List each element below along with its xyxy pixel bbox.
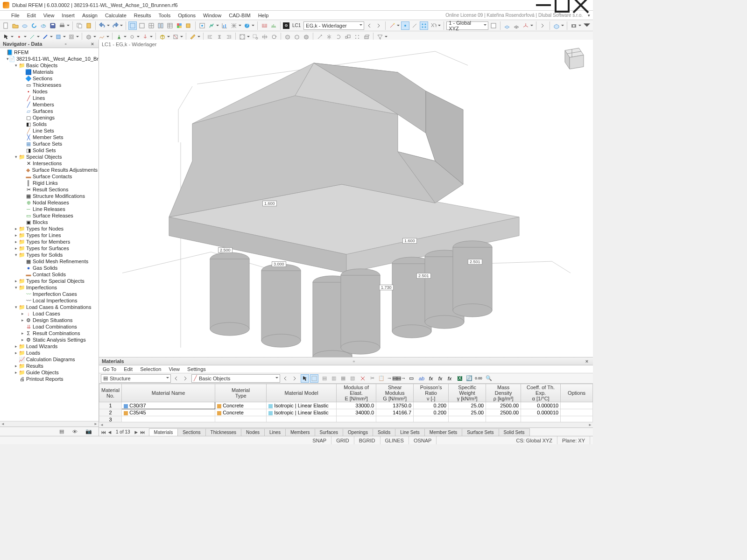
mat-insert-row-icon[interactable]: ▥ <box>330 374 338 383</box>
col-type[interactable]: Material Type <box>215 384 267 402</box>
tree-nodes[interactable]: Nodes <box>33 89 48 94</box>
mat-filter-prev[interactable] <box>172 374 180 383</box>
mat-menu-selection[interactable]: Selection <box>136 366 165 372</box>
show-loads-icon[interactable] <box>260 21 268 30</box>
view-layers-icon[interactable] <box>184 21 193 30</box>
calculate-icon[interactable] <box>207 21 216 30</box>
tree-linesets[interactable]: Line Sets <box>33 128 54 133</box>
mat-filter-structure[interactable]: ▤Structure <box>101 374 171 383</box>
mat-import-icon[interactable]: →▤ <box>388 374 396 383</box>
tree-file[interactable]: 38219-611-WL_West_Achse_10_Brunnen.rf6 <box>16 56 99 62</box>
workplane-dropdown[interactable] <box>530 21 534 30</box>
mat-export-icon[interactable]: ▤→ <box>397 374 405 383</box>
view-solid-icon[interactable] <box>128 21 137 30</box>
close-button[interactable] <box>571 0 590 11</box>
tree-root[interactable]: RFEM <box>14 49 28 55</box>
mat-add-row-icon[interactable]: ▤ <box>320 374 329 383</box>
nav-scroll-left[interactable]: ◄ <box>1 422 5 426</box>
view-wire-icon[interactable] <box>138 21 146 30</box>
materials-close-icon[interactable]: × <box>584 358 590 364</box>
mat-chart-icon[interactable]: ▭ <box>407 374 416 383</box>
mat-refresh-icon[interactable]: 🔄 <box>465 374 473 383</box>
status-bgrid[interactable]: BGRID <box>354 436 381 444</box>
workplane-axes-icon[interactable] <box>521 21 530 30</box>
overflow-icon[interactable] <box>539 21 547 30</box>
navigator-close-icon[interactable]: × <box>89 41 96 47</box>
mat-paste-icon[interactable]: 📋 <box>377 374 386 383</box>
workplane-grid-icon[interactable] <box>512 21 521 30</box>
menubar-chevron-icon[interactable]: ▾ <box>585 12 592 19</box>
mat-menu-view[interactable]: View <box>165 366 183 372</box>
materials-pin-icon[interactable]: ▫ <box>351 358 357 364</box>
wand-icon[interactable] <box>388 21 396 30</box>
graph-icon[interactable] <box>220 21 229 30</box>
cloud-icon[interactable] <box>21 21 29 30</box>
snap-lines-icon[interactable] <box>410 21 419 30</box>
mat-delete-row-icon[interactable]: ▧ <box>348 374 357 383</box>
mat-select-icon[interactable] <box>301 374 309 383</box>
col-G[interactable]: Shear Modulus G [N/mm²] <box>376 384 414 402</box>
help-icon[interactable]: ? <box>243 21 251 30</box>
menu-view[interactable]: View <box>40 12 58 19</box>
menu-insert[interactable]: Insert <box>58 12 78 19</box>
tab-surfaces[interactable]: Surfaces <box>315 428 343 436</box>
col-options[interactable]: Options <box>561 384 593 402</box>
mat-filter-next[interactable] <box>181 374 190 383</box>
tree-openings[interactable]: Openings <box>33 115 55 120</box>
print-icon[interactable] <box>58 21 66 30</box>
tab-thicknesses[interactable]: Thicknesses <box>205 428 242 436</box>
model-canvas[interactable]: LC1 - EG,k - Widerlager <box>99 40 593 357</box>
mesh-icon[interactable] <box>230 21 238 30</box>
nav-foot-camera-icon[interactable]: 📷 <box>85 428 94 434</box>
mat-fx2-icon[interactable]: fx <box>427 374 435 383</box>
tree-solidsets[interactable]: Solid Sets <box>33 147 56 153</box>
tab-nodes[interactable]: Nodes <box>241 428 265 436</box>
mat-filter-basic[interactable]: ╱Basic Objects <box>191 374 280 383</box>
tab-members[interactable]: Members <box>285 428 315 436</box>
navigator-tree[interactable]: 📘RFEM ▾📄38219-611-WL_West_Achse_10_Brunn… <box>0 48 99 421</box>
toolbar-overflow-icon[interactable] <box>583 21 591 30</box>
mat-menu-edit[interactable]: Edit <box>120 366 136 372</box>
tab-solids[interactable]: Solids <box>373 428 395 436</box>
col-gamma[interactable]: Specific Weight γ [kN/m³] <box>449 384 486 402</box>
view-colors-icon[interactable] <box>175 21 183 30</box>
calculate-dropdown[interactable] <box>216 21 219 30</box>
open-file-icon[interactable] <box>11 21 20 30</box>
camera-icon[interactable] <box>570 21 578 30</box>
mat-filter2-next[interactable] <box>290 374 299 383</box>
nav-cube[interactable] <box>556 43 588 76</box>
view-iso-dropdown[interactable] <box>561 21 564 30</box>
nav-foot-eye-icon[interactable]: 👁 <box>72 429 81 434</box>
col-alpha[interactable]: Coeff. of Th. Exp. α [1/°C] <box>521 384 561 402</box>
col-nu[interactable]: Poisson's Ratio ν [-] <box>414 384 449 402</box>
tree-basic[interactable]: Basic Objects <box>26 63 57 68</box>
tab-surfacesets[interactable]: Surface Sets <box>462 428 499 436</box>
tab-last-icon[interactable]: ⏭ <box>140 429 146 435</box>
loadcase-combo[interactable]: EG,k - Widerlager <box>303 21 364 30</box>
menu-cadbim[interactable]: CAD-BIM <box>225 12 254 19</box>
tree-membersets[interactable]: Member Sets <box>33 134 63 140</box>
maximize-button[interactable] <box>553 0 571 11</box>
view-grid-icon[interactable] <box>147 21 155 30</box>
snap-xyz-icon[interactable]: XYZ <box>429 21 437 30</box>
tab-openings[interactable]: Openings <box>343 428 373 436</box>
view-panels-icon[interactable] <box>156 21 165 30</box>
mat-menu-goto[interactable]: Go To <box>99 366 120 372</box>
loadcase-next-icon[interactable] <box>374 21 383 30</box>
tree-lines[interactable]: Lines <box>33 95 45 101</box>
status-osnap[interactable]: OSNAP <box>409 436 437 444</box>
tab-next-icon[interactable]: ► <box>133 429 140 435</box>
menu-help[interactable]: Help <box>254 12 273 19</box>
navigator-pin-icon[interactable]: ▫ <box>63 41 69 47</box>
loadcase-settings-icon[interactable] <box>198 21 206 30</box>
menu-results[interactable]: Results <box>130 12 155 19</box>
show-results-icon[interactable] <box>269 21 278 30</box>
menu-file[interactable]: File <box>7 12 23 19</box>
new-file-icon[interactable] <box>2 21 10 30</box>
mat-menu-settings[interactable]: Settings <box>183 366 210 372</box>
mat-fx3-icon[interactable]: fx <box>436 374 444 383</box>
coord-system-combo[interactable]: 1 - Global XYZ <box>446 21 488 30</box>
snap-xyz-dropdown[interactable] <box>437 21 441 30</box>
mat-search-icon[interactable]: 🔍 <box>485 374 493 383</box>
snap-nodes-icon[interactable] <box>401 21 409 30</box>
